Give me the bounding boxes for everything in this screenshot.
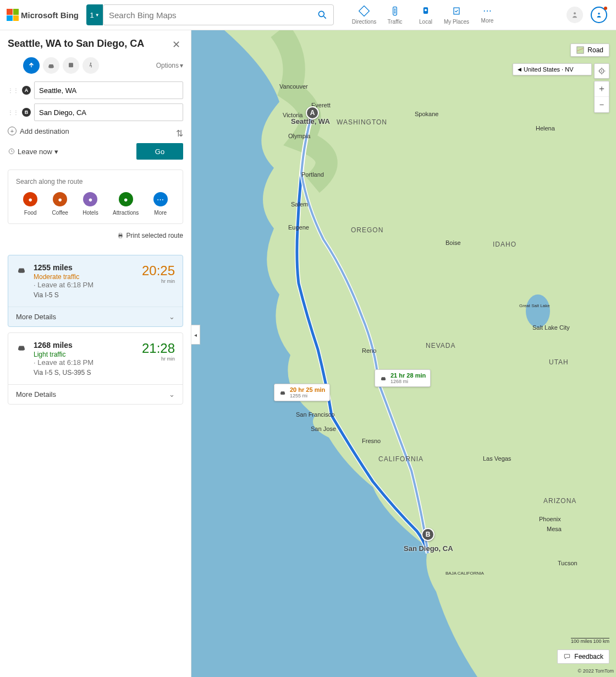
plus-icon: + bbox=[8, 127, 16, 135]
search-scope-dropdown[interactable]: 1▼ bbox=[86, 4, 103, 25]
route-time: 20:25hr min bbox=[142, 263, 175, 299]
add-destination-button[interactable]: + Add destination bbox=[8, 127, 183, 135]
drag-handle[interactable]: ⋮⋮ bbox=[8, 110, 19, 116]
map-label: Helena bbox=[536, 125, 555, 132]
nav-myplaces[interactable]: My Places bbox=[442, 6, 471, 25]
logo[interactable]: Microsoft Bing bbox=[7, 9, 79, 21]
zoom-out-button[interactable]: － bbox=[595, 97, 609, 112]
go-button[interactable]: Go bbox=[136, 143, 183, 160]
category-food[interactable]: ●Food bbox=[23, 192, 37, 216]
header: Microsoft Bing 1▼ Directions Traffic Loc… bbox=[0, 0, 616, 30]
route-callout[interactable]: 20 hr 25 min1255 mi bbox=[274, 384, 330, 401]
map-style-icon bbox=[576, 46, 584, 54]
car-icon bbox=[47, 61, 56, 70]
svg-point-5 bbox=[394, 10, 396, 12]
waypoint-b-row: ⋮⋮ B bbox=[8, 103, 183, 121]
chevron-down-icon: ⌄ bbox=[169, 313, 175, 321]
chevron-down-icon: ⌄ bbox=[169, 390, 175, 398]
map-label: Mesa bbox=[547, 526, 562, 532]
local-icon bbox=[420, 6, 431, 17]
mode-car[interactable] bbox=[43, 57, 59, 74]
drag-handle[interactable]: ⋮⋮ bbox=[8, 88, 19, 94]
route-callout[interactable]: 21 hr 28 min1268 mi bbox=[375, 369, 431, 387]
map-label: Portland bbox=[301, 171, 324, 178]
route-details-toggle[interactable]: More Details⌄ bbox=[8, 307, 183, 326]
marker-a-icon: A bbox=[22, 86, 31, 95]
waypoint-a-row: ⋮⋮ A bbox=[8, 81, 183, 99]
category-more[interactable]: ⋯More bbox=[153, 192, 168, 216]
route-traffic: Moderate traffic · Leave at 6:18 PM bbox=[34, 273, 135, 289]
route-via: Via I-5 S, US-395 S bbox=[34, 369, 135, 376]
category-attractions[interactable]: ●Attractions bbox=[113, 192, 139, 216]
coffee-icon: ● bbox=[53, 192, 67, 206]
more-icon: ⋯ bbox=[483, 6, 492, 17]
svg-rect-16 bbox=[119, 233, 122, 234]
search-along-route: Search along the route ●Food●Coffee●Hote… bbox=[8, 170, 183, 224]
map-label: Fresno bbox=[362, 438, 381, 444]
map-label: Salt Lake City bbox=[532, 324, 570, 331]
notification-dot bbox=[604, 7, 607, 10]
chat-icon bbox=[563, 653, 571, 660]
waypoint-a-input[interactable] bbox=[34, 81, 183, 99]
breadcrumb-location[interactable]: ◀ United States · NV bbox=[513, 63, 592, 75]
feedback-button[interactable]: Feedback bbox=[557, 649, 609, 664]
account-button[interactable] bbox=[566, 7, 583, 23]
collapse-sidebar-button[interactable]: ◂ bbox=[191, 325, 200, 345]
locate-icon bbox=[597, 67, 606, 75]
map-label: WASHINGTON bbox=[337, 118, 387, 126]
waypoint-b-input[interactable] bbox=[34, 103, 183, 121]
nav-directions[interactable]: Directions bbox=[349, 6, 379, 25]
route-time: 21:28hr min bbox=[142, 341, 175, 376]
map-label: UTAH bbox=[549, 358, 569, 366]
route-card[interactable]: 1268 miles Light traffic · Leave at 6:18… bbox=[8, 332, 183, 405]
search-button[interactable] bbox=[311, 5, 333, 25]
nav-local[interactable]: Local bbox=[411, 6, 441, 25]
more-icon: ⋯ bbox=[153, 192, 168, 206]
map-label: Spokane bbox=[415, 111, 438, 117]
route-distance: 1255 miles bbox=[34, 263, 135, 272]
map-canvas[interactable]: A Seattle, WA B San Diego, CA VancouverV… bbox=[191, 30, 616, 677]
map-label: IDAHO bbox=[493, 241, 516, 248]
svg-point-8 bbox=[425, 9, 427, 11]
map-label: BAJA CALIFORNIA bbox=[446, 571, 484, 576]
svg-rect-2 bbox=[359, 6, 370, 16]
print-route-button[interactable]: Print selected route bbox=[8, 232, 183, 239]
rewards-button[interactable] bbox=[591, 7, 607, 23]
route-details-toggle[interactable]: More Details⌄ bbox=[8, 384, 183, 404]
locate-me-button[interactable] bbox=[594, 63, 609, 79]
close-button[interactable]: ✕ bbox=[172, 39, 183, 50]
nav-more[interactable]: ⋯More bbox=[472, 6, 502, 25]
turn-icon bbox=[27, 61, 36, 70]
header-nav: Directions Traffic Local My Places ⋯More bbox=[349, 6, 502, 25]
category-coffee[interactable]: ●Coffee bbox=[52, 192, 68, 216]
chevron-left-icon: ◀ bbox=[518, 67, 521, 72]
microsoft-logo-icon bbox=[7, 9, 19, 21]
svg-line-1 bbox=[324, 17, 326, 19]
myplaces-icon bbox=[451, 6, 462, 17]
car-icon bbox=[380, 374, 387, 382]
options-link[interactable]: Options ▾ bbox=[156, 62, 183, 69]
map-pin-a[interactable]: A bbox=[306, 106, 319, 119]
nav-traffic[interactable]: Traffic bbox=[380, 6, 410, 25]
marker-b-icon: B bbox=[22, 108, 31, 117]
map-style-dropdown[interactable]: Road bbox=[570, 43, 609, 57]
mode-walking[interactable] bbox=[82, 57, 99, 74]
hotels-icon: ● bbox=[83, 192, 97, 206]
bus-icon bbox=[67, 61, 75, 70]
zoom-in-button[interactable]: ＋ bbox=[595, 81, 609, 97]
category-hotels[interactable]: ●Hotels bbox=[82, 192, 98, 216]
logo-text: Microsoft Bing bbox=[21, 10, 79, 20]
search-input[interactable] bbox=[103, 10, 311, 20]
mode-driving[interactable] bbox=[23, 57, 40, 74]
search-route-title: Search along the route bbox=[16, 178, 175, 185]
map-label: San Jose bbox=[311, 425, 336, 432]
svg-rect-17 bbox=[119, 236, 122, 238]
route-card[interactable]: 1255 miles Moderate traffic · Leave at 6… bbox=[8, 255, 183, 327]
search-icon bbox=[317, 9, 328, 20]
mode-transit[interactable] bbox=[63, 57, 79, 74]
swap-waypoints-button[interactable]: ⇅ bbox=[176, 128, 183, 139]
map-label: Phoenix bbox=[539, 516, 561, 522]
scale-bar: 100 miles100 km bbox=[571, 638, 609, 644]
map-pin-b[interactable]: B bbox=[421, 528, 435, 541]
leave-time-dropdown[interactable]: Leave now ▾ bbox=[8, 148, 58, 156]
